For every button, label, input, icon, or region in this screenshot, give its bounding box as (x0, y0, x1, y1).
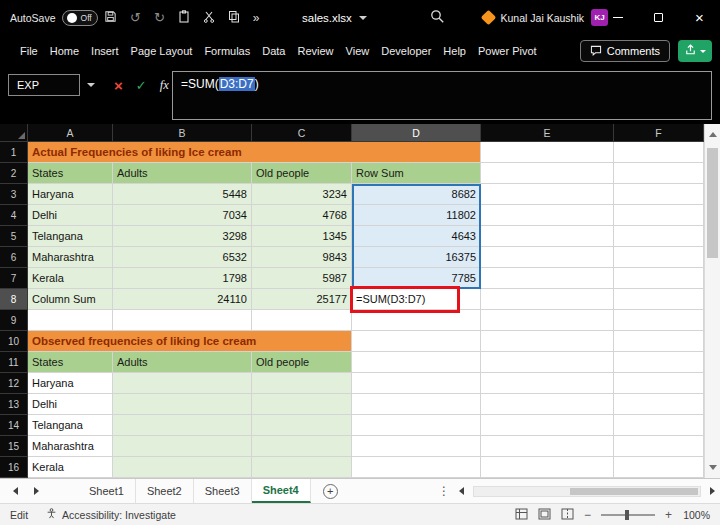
row-header-15[interactable]: 15 (0, 436, 28, 457)
cell-B16[interactable] (113, 457, 252, 478)
cell-D9[interactable] (352, 310, 481, 331)
cell-C7[interactable]: 5987 (252, 268, 352, 289)
row-header-7[interactable]: 7 (0, 268, 28, 289)
cell-D6[interactable]: 16375 (352, 247, 481, 268)
cell-B14[interactable] (113, 415, 252, 436)
formula-input[interactable]: =SUM(D3:D7) (172, 71, 712, 120)
cell-F4[interactable] (614, 205, 704, 226)
accessibility-status[interactable]: Accessibility: Investigate (46, 508, 176, 521)
column-header-A[interactable]: A (28, 124, 113, 141)
cell-D3[interactable]: 8682 (352, 184, 481, 205)
add-sheet-button[interactable]: + (323, 484, 338, 499)
undo-icon[interactable]: ↺ (130, 10, 141, 25)
cell-A16[interactable]: Kerala (28, 457, 113, 478)
cell-E4[interactable] (481, 205, 614, 226)
column-header-F[interactable]: F (614, 124, 704, 141)
cell-C8[interactable]: 25177 (252, 289, 352, 310)
tab-home[interactable]: Home (44, 35, 85, 67)
row-header-1[interactable]: 1 (0, 142, 28, 163)
cell-E9[interactable] (481, 310, 614, 331)
select-all-corner[interactable] (0, 124, 28, 141)
cell-D15[interactable] (352, 436, 481, 457)
cell-B12[interactable] (113, 373, 252, 394)
search-icon[interactable] (430, 9, 445, 28)
cell-A12[interactable]: Haryana (28, 373, 113, 394)
cell-F12[interactable] (614, 373, 704, 394)
cell-C12[interactable] (252, 373, 352, 394)
cell-A2[interactable]: States (28, 163, 113, 184)
cell-B13[interactable] (113, 394, 252, 415)
tab-file[interactable]: File (14, 35, 44, 67)
cell-B6[interactable]: 6532 (113, 247, 252, 268)
cell-F5[interactable] (614, 226, 704, 247)
row-header-2[interactable]: 2 (0, 163, 28, 184)
vertical-scroll-thumb[interactable] (707, 148, 718, 258)
cell-E14[interactable] (481, 415, 614, 436)
cell-F7[interactable] (614, 268, 704, 289)
share-button[interactable] (678, 40, 712, 62)
cell-A15[interactable]: Maharashtra (28, 436, 113, 457)
cell-D16[interactable] (352, 457, 481, 478)
sheet-tab-sheet2[interactable]: Sheet2 (136, 479, 194, 503)
cell-F11[interactable] (614, 352, 704, 373)
row-header-9[interactable]: 9 (0, 310, 28, 331)
cell-A4[interactable]: Delhi (28, 205, 113, 226)
minimize-button[interactable] (597, 0, 638, 35)
cell-E7[interactable] (481, 268, 614, 289)
cell-F2[interactable] (614, 163, 704, 184)
tab-view[interactable]: View (340, 35, 376, 67)
cell-B2[interactable]: Adults (113, 163, 252, 184)
autosave-toggle[interactable]: Off (62, 10, 98, 26)
close-button[interactable]: × (679, 0, 720, 35)
cell-A5[interactable]: Telangana (28, 226, 113, 247)
horizontal-scroll-thumb[interactable] (570, 488, 698, 495)
account-group[interactable]: Kunal Jai Kaushik KJ (483, 0, 608, 35)
cell-D8[interactable]: =SUM(D3:D7) (352, 289, 481, 310)
tab-insert[interactable]: Insert (85, 35, 125, 67)
cell-C5[interactable]: 1345 (252, 226, 352, 247)
row-header-6[interactable]: 6 (0, 247, 28, 268)
cell-F6[interactable] (614, 247, 704, 268)
sheet-tab-sheet3[interactable]: Sheet3 (194, 479, 252, 503)
cell-A10[interactable]: Observed frequencies of liking Ice cream (28, 331, 352, 352)
cell-D2[interactable]: Row Sum (352, 163, 481, 184)
cell-B5[interactable]: 3298 (113, 226, 252, 247)
tab-help[interactable]: Help (437, 35, 472, 67)
scroll-down-icon[interactable] (709, 465, 717, 470)
save-icon[interactable] (104, 9, 117, 27)
cell-C4[interactable]: 4768 (252, 205, 352, 226)
row-header-8[interactable]: 8 (0, 289, 28, 310)
cell-F8[interactable] (614, 289, 704, 310)
cell-E10[interactable] (481, 331, 614, 352)
cell-B4[interactable]: 7034 (113, 205, 252, 226)
cancel-entry-icon[interactable]: × (114, 78, 123, 93)
cell-D14[interactable] (352, 415, 481, 436)
redo-icon[interactable]: ↻ (154, 10, 165, 25)
cell-C16[interactable] (252, 457, 352, 478)
cell-E3[interactable] (481, 184, 614, 205)
cell-D7[interactable]: 7785 (352, 268, 481, 289)
scroll-up-icon[interactable] (709, 132, 717, 137)
cell-A14[interactable]: Telangana (28, 415, 113, 436)
cell-E8[interactable] (481, 289, 614, 310)
cell-F10[interactable] (614, 331, 704, 352)
column-header-C[interactable]: C (252, 124, 352, 141)
cell-B11[interactable]: Adults (113, 352, 252, 373)
tab-page-layout[interactable]: Page Layout (125, 35, 199, 67)
comments-button[interactable]: Comments (580, 40, 670, 62)
cell-C11[interactable]: Old people (252, 352, 352, 373)
sheet-options-icon[interactable]: ⋮ (438, 484, 450, 498)
page-layout-view-icon[interactable] (538, 508, 551, 522)
cell-D12[interactable] (352, 373, 481, 394)
cell-F14[interactable] (614, 415, 704, 436)
cell-D13[interactable] (352, 394, 481, 415)
paste-icon[interactable] (178, 9, 190, 27)
cell-D10[interactable] (352, 331, 481, 352)
row-header-11[interactable]: 11 (0, 352, 28, 373)
cell-A6[interactable]: Maharashtra (28, 247, 113, 268)
row-header-16[interactable]: 16 (0, 457, 28, 478)
cell-C14[interactable] (252, 415, 352, 436)
file-title-group[interactable]: sales.xlsx (302, 0, 367, 35)
cell-A9[interactable] (28, 310, 113, 331)
next-sheet-icon[interactable] (34, 487, 39, 495)
